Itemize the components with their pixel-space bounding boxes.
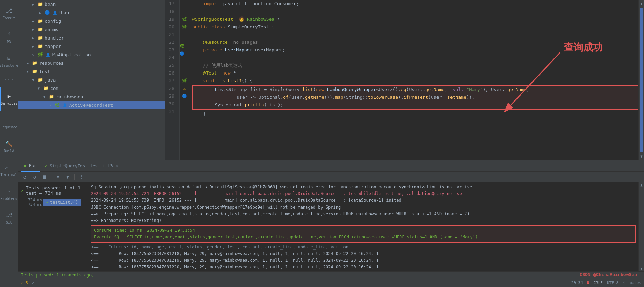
panel-tabs: ▶ Run ✓ SimpleQueryTest.testList3 ✕ xyxy=(18,160,644,172)
log-output[interactable]: SqlSession [org.apache.ibatis.session.de… xyxy=(88,182,638,271)
tree-arrow: ▼ xyxy=(38,86,43,90)
stop-btn[interactable]: ⏹ xyxy=(41,173,48,181)
sidebar-item-more[interactable]: ··· xyxy=(0,73,18,87)
code-highlight-box: List<String> list = SimpleQuery.list(new… xyxy=(192,85,641,110)
tree-arrow: ▶ xyxy=(32,28,37,31)
sidebar-item-pr[interactable]: ⤴ PR xyxy=(0,25,18,49)
tree-item-mp4app[interactable]: ▷ 🌿 👤 Mp4Application xyxy=(18,50,165,59)
sidebar-item-sequence[interactable]: ≡ Sequence xyxy=(0,111,18,134)
scroll-down-btn[interactable]: ▼ xyxy=(639,154,644,158)
log-data-3: <== Row: 1837755823347081220, Mary, 29, … xyxy=(91,264,636,271)
tree-label: resources xyxy=(39,61,64,66)
toolbar-sep2 xyxy=(74,174,75,180)
commit-icon: ⎇ xyxy=(5,7,13,15)
sidebar-item-git[interactable]: ⎇ Git xyxy=(0,206,18,230)
status-left: ⚠ 5 ∧ xyxy=(21,281,35,285)
tree-item-activerecord[interactable]: ▷ 🌿 👤 ActiveRecordTest xyxy=(18,101,165,109)
scroll-up-btn[interactable]: ▲ xyxy=(639,1,644,6)
folder-icon: 📁 xyxy=(37,35,43,41)
code-line-29: user -> Optional.of(user.getName()).map(… xyxy=(193,93,641,101)
file-tree[interactable]: ▶ 📁 bean ▶ 🔵 👤 User ▶ 📁 config ▶ 📁 e xyxy=(18,0,165,160)
tree-item-bean[interactable]: ▶ 📁 bean xyxy=(18,0,165,8)
test-time-col: 734 ms 734 ms xyxy=(21,198,42,207)
user-deco-icon: 👤 xyxy=(52,9,58,16)
status-crlf: CRLE xyxy=(593,281,603,285)
tree-label: ActiveRecordTest xyxy=(69,103,113,108)
tree-label: User xyxy=(59,10,70,15)
sequence-icon: ≡ xyxy=(5,116,13,124)
spring-icon: 🌿 xyxy=(54,102,60,108)
line-gutter: 🌿 🌿 🌿🔵 🌿 ⚠ 🔵 xyxy=(180,0,189,160)
status-right: 20:34 U CRLE UTF-8 4 spaces xyxy=(571,281,641,285)
log-line-1: SqlSession [org.apache.ibatis.session.de… xyxy=(91,184,636,190)
tree-item-java[interactable]: ▼ 📁 java xyxy=(18,76,165,84)
rerun-failed-btn[interactable]: ↺ xyxy=(31,173,38,181)
sidebar-item-commit[interactable]: ⎇ Commit xyxy=(0,1,18,25)
tree-arrow: ▼ xyxy=(27,70,31,74)
git-icon: ⎇ xyxy=(5,211,13,219)
code-line-26: @Test new * xyxy=(192,69,641,77)
log-scroll-down[interactable]: ▼ xyxy=(640,267,642,271)
test-status-line: ✓ Tests passed: 1 of 1 test – 734 ms xyxy=(18,184,88,197)
tree-item-config[interactable]: ▶ 📁 config xyxy=(18,17,165,25)
toolbar-sep1 xyxy=(51,174,51,180)
folder-icon: 📁 xyxy=(31,60,38,66)
code-content[interactable]: import java.util.function.Consumer; @Spr… xyxy=(189,0,644,160)
tree-item-user[interactable]: ▶ 🔵 👤 User xyxy=(18,8,165,17)
services-icon: ▶ xyxy=(6,92,13,100)
tree-item-mapper[interactable]: ▶ 📁 mapper xyxy=(18,42,165,50)
tab-run[interactable]: ▶ Run xyxy=(21,160,40,172)
tree-item-enums[interactable]: ▶ 📁 enums xyxy=(18,25,165,34)
code-line-21 xyxy=(192,31,641,38)
tree-item-com[interactable]: ▼ 📁 com xyxy=(18,84,165,92)
sidebar-item-problems[interactable]: ⚠ Problems xyxy=(0,182,18,206)
rerun-btn[interactable]: ↺ xyxy=(21,173,29,181)
tree-arrow: ▶ xyxy=(39,11,44,15)
sidebar-item-structure[interactable]: ⊞ Structure xyxy=(0,49,18,73)
scroll-thumb[interactable] xyxy=(640,8,643,152)
test-tree-testlist3[interactable]: ✓ testList3() xyxy=(43,199,81,206)
sidebar: ⎇ Commit ⤴ PR ⊞ Structure ··· ▶ Services… xyxy=(0,0,18,287)
status-spaces: 4 spaces xyxy=(623,281,641,285)
filter2-btn[interactable]: ▼ xyxy=(64,173,72,181)
test-time-bot: 734 ms xyxy=(28,202,42,207)
log-scroll-track xyxy=(640,187,643,267)
code-line-30: System.out.println(list); xyxy=(193,101,641,109)
log-consume-time: Consume Time: 10 ms 2024-09-24 19:51:54 xyxy=(94,227,632,234)
sidebar-item-build[interactable]: 🔨 Build xyxy=(0,134,18,158)
tree-item-resources[interactable]: ▶ 📁 resources xyxy=(18,59,165,67)
more-btn[interactable]: ⋮ xyxy=(78,173,85,181)
code-line-20: public class SimpleQueryTest { xyxy=(192,23,641,31)
terminal-icon: > _ xyxy=(5,164,13,172)
top-pane: ▶ 📁 bean ▶ 🔵 👤 User ▶ 📁 config ▶ 📁 e xyxy=(18,0,644,160)
sidebar-item-services[interactable]: ▶ Services xyxy=(0,87,18,111)
sidebar-item-terminal[interactable]: > _ Terminal xyxy=(0,158,18,182)
tree-label: Mp4Application xyxy=(52,52,91,57)
log-line-5: ==> Preparing: SELECT id,name,age,email,… xyxy=(91,211,636,217)
tab-test[interactable]: ✓ SimpleQueryTest.testList3 ✕ xyxy=(42,160,122,172)
tab-run-label: Run xyxy=(29,163,37,168)
filter-btn[interactable]: ▼ xyxy=(54,173,62,181)
folder-icon: 📁 xyxy=(31,68,38,75)
problems-icon: ⚠ xyxy=(5,188,13,195)
structure-icon: ⊞ xyxy=(5,55,13,62)
class-icon: 👤 xyxy=(45,51,51,58)
tree-label: rainbowsea xyxy=(56,94,83,99)
class-icon: 🔵 xyxy=(44,9,50,16)
tree-label: handler xyxy=(45,35,64,41)
tree-item-test[interactable]: ▼ 📁 test xyxy=(18,67,165,76)
tree-label: com xyxy=(50,86,58,91)
status-bar: ⚠ 5 ∧ 20:34 U CRLE UTF-8 4 spaces xyxy=(18,279,644,287)
tree-arrow: ▶ xyxy=(32,44,37,48)
tree-label: java xyxy=(45,77,56,83)
tree-arrow: ▷ xyxy=(32,53,37,57)
tab-close-icon[interactable]: ✕ xyxy=(116,164,118,168)
tree-label: config xyxy=(45,19,61,24)
tree-item-rainbowsea[interactable]: ▼ 📁 rainbowsea xyxy=(18,92,165,101)
code-line-17: import java.util.function.Consumer; xyxy=(192,0,641,8)
test-time-top: 734 ms xyxy=(28,198,42,202)
log-scroll-up[interactable]: ▲ xyxy=(640,183,642,187)
status-git-badge: U xyxy=(587,281,589,285)
log-data-2: <== Row: 1837755823347081219, Mary, 29, … xyxy=(91,257,636,264)
tree-item-handler[interactable]: ▶ 📁 handler xyxy=(18,34,165,42)
